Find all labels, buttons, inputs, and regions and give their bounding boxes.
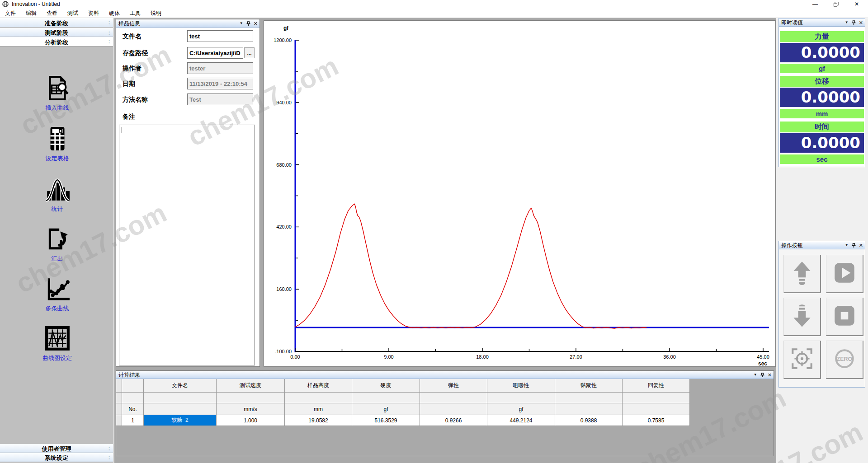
series-force-curve — [295, 204, 646, 328]
file-name-cell[interactable]: 软糖_2 — [144, 415, 217, 426]
pin-icon[interactable] — [852, 243, 856, 248]
unit-cell: mm — [285, 403, 352, 415]
dropdown-icon[interactable]: ▼ — [240, 19, 243, 28]
date-field[interactable] — [187, 78, 253, 89]
readout-title: 即时读值 — [781, 19, 803, 26]
value-cell[interactable]: 1.000 — [217, 415, 285, 426]
dropdown-icon[interactable]: ▼ — [754, 371, 757, 379]
save-path-field[interactable] — [187, 47, 243, 59]
value-cell[interactable]: 516.3529 — [352, 415, 420, 426]
readout-time-label: 时间 — [780, 122, 864, 132]
sample-info-panel: 样品信息 ▼ ✕ 文件名存盘路径...操作者日期方法名称 备注 — [116, 19, 260, 367]
menu-item-view[interactable]: 查看 — [42, 8, 62, 18]
workspace: 样品信息 ▼ ✕ 文件名存盘路径...操作者日期方法名称 备注 1200.009… — [114, 18, 776, 463]
value-cell[interactable]: 449.2124 — [487, 415, 555, 426]
readout-force-value: 0.0000 — [780, 43, 864, 62]
menu-bar: 文件编辑查看测试资料硬体工具说明 — [0, 8, 868, 18]
notes-textarea[interactable] — [119, 125, 255, 365]
operator-field[interactable] — [187, 62, 253, 74]
date-label: 日期 — [123, 80, 135, 88]
value-cell[interactable]: 0.9388 — [555, 415, 623, 426]
no-column-header — [122, 379, 144, 393]
method-name-label: 方法名称 — [123, 96, 148, 104]
column-header: 黏聚性 — [555, 379, 623, 393]
sidebar-button-system-settings[interactable]: 系统设定⋮ — [0, 453, 113, 462]
tool-insert-curve[interactable]: 插入曲线 — [0, 75, 114, 112]
tool-label: 插入曲线 — [0, 104, 114, 112]
svg-text:9.00: 9.00 — [384, 354, 393, 360]
blank-cell — [217, 393, 285, 403]
sidebar-button-user-management[interactable]: 使用者管理⋮ — [0, 444, 113, 453]
menu-item-edit[interactable]: 编辑 — [21, 8, 42, 18]
row-number-cell[interactable]: 1 — [122, 415, 144, 426]
svg-text:gf: gf — [283, 25, 289, 31]
stage-button-analysis[interactable]: 分析阶段⋮ — [0, 37, 113, 47]
column-header: 文件名 — [144, 379, 217, 393]
pin-icon[interactable] — [246, 21, 250, 26]
tool-export[interactable]: 汇出 — [0, 226, 114, 263]
tool-statistics[interactable]: 统计 — [0, 176, 114, 213]
target-button[interactable] — [783, 341, 821, 379]
grip-dots-icon: ⋮ — [107, 19, 112, 28]
svg-text:ZERO: ZERO — [837, 356, 853, 362]
menu-item-test[interactable]: 测试 — [62, 8, 83, 18]
stage-button-group: 准备阶段⋮测试阶段⋮分析阶段⋮ — [0, 18, 113, 47]
menu-item-file[interactable]: 文件 — [0, 8, 21, 18]
readout-header: 即时读值 ▼ ✕ — [779, 19, 865, 27]
value-cell[interactable]: 19.0582 — [285, 415, 352, 426]
readout-time-unit: sec — [780, 154, 864, 164]
restore-button[interactable] — [828, 0, 844, 8]
pin-icon[interactable] — [760, 373, 764, 378]
minimize-button[interactable]: — — [807, 0, 823, 8]
close-icon[interactable]: ✕ — [254, 19, 258, 28]
pin-icon[interactable] — [852, 20, 856, 25]
file-name-field[interactable] — [187, 30, 253, 42]
method-name-field[interactable] — [187, 94, 253, 105]
svg-text:36.00: 36.00 — [663, 354, 676, 360]
zero-button[interactable]: ZERO — [826, 341, 863, 379]
stage-label: 测试阶段 — [45, 29, 68, 36]
readout-displacement-label: 位移 — [780, 76, 864, 87]
unit-cell — [420, 403, 487, 415]
menu-item-hardware[interactable]: 硬体 — [104, 8, 125, 18]
run-icon — [831, 260, 858, 288]
jog-down-button[interactable] — [783, 298, 821, 336]
close-icon[interactable]: ✕ — [768, 371, 772, 379]
jog-up-button[interactable] — [783, 255, 821, 293]
table-row — [116, 393, 690, 403]
stage-button-test[interactable]: 测试阶段⋮ — [0, 28, 113, 37]
browse-button[interactable]: ... — [244, 47, 255, 58]
row-header-strip — [116, 415, 122, 426]
svg-text:27.00: 27.00 — [570, 354, 582, 360]
blank-cell — [487, 393, 555, 403]
unit-cell — [144, 403, 217, 415]
stage-button-prepare[interactable]: 准备阶段⋮ — [0, 18, 113, 28]
stop-button[interactable] — [826, 298, 863, 336]
tool-multi-curve[interactable]: 多条曲线 — [0, 276, 114, 313]
svg-text:18.00: 18.00 — [476, 354, 489, 360]
close-icon[interactable]: ✕ — [859, 241, 863, 249]
value-cell[interactable]: 0.7585 — [623, 415, 690, 426]
chart-panel: 1200.00940.00680.00420.00160.00-100.000.… — [264, 20, 776, 367]
column-header: 样品高度 — [285, 379, 352, 393]
run-button[interactable] — [826, 255, 863, 293]
svg-text:160.00: 160.00 — [276, 286, 292, 292]
close-button[interactable]: ✕ — [849, 0, 864, 8]
row-header-strip — [116, 403, 122, 415]
target-icon — [789, 346, 815, 374]
zero-icon: ZERO — [831, 346, 858, 374]
menu-item-tools[interactable]: 工具 — [125, 8, 146, 18]
text-caret — [122, 127, 122, 133]
row-header-strip — [116, 379, 122, 393]
menu-item-data[interactable]: 资料 — [83, 8, 104, 18]
results-table: 文件名测试速度样品高度硬度弹性咀嚼性黏聚性回复性No.mm/smmgfgf1软糖… — [116, 379, 690, 426]
dropdown-icon[interactable]: ▼ — [845, 19, 849, 27]
export-icon — [44, 226, 71, 252]
no-label-cell: No. — [122, 403, 144, 415]
close-icon[interactable]: ✕ — [859, 19, 863, 27]
menu-item-help[interactable]: 说明 — [146, 8, 166, 18]
tool-chart-settings[interactable]: 曲线图设定 — [0, 325, 114, 362]
value-cell[interactable]: 0.9266 — [420, 415, 487, 426]
tool-table-setup[interactable]: 设定表格 — [0, 126, 114, 163]
dropdown-icon[interactable]: ▼ — [845, 241, 849, 249]
